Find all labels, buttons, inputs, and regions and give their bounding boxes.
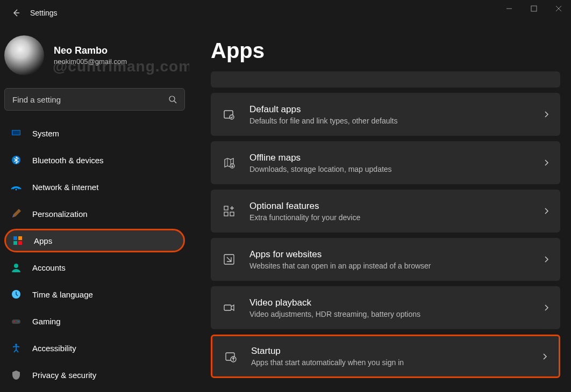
card-text: Video playback Video adjustments, HDR st… [249, 297, 537, 318]
close-button[interactable] [546, 0, 571, 17]
back-button[interactable] [6, 3, 26, 23]
chevron-right-icon [543, 111, 549, 118]
sidebar-item-label: Accessibility [32, 344, 76, 353]
svg-rect-6 [13, 236, 17, 240]
svg-rect-20 [230, 212, 234, 216]
personalization-icon [10, 207, 23, 220]
chevron-right-icon [543, 304, 549, 311]
default-apps-icon [222, 107, 237, 122]
svg-point-15 [15, 344, 17, 346]
svg-rect-7 [18, 236, 22, 240]
sidebar-item-privacy[interactable]: Privacy & security [4, 363, 185, 387]
sidebar-item-label: Time & language [32, 290, 93, 299]
startup-icon [223, 349, 238, 364]
time-icon [10, 288, 23, 301]
search-box[interactable] [4, 88, 185, 111]
maps-icon [222, 155, 237, 170]
nav-list: System Bluetooth & devices Network & int… [4, 121, 185, 387]
card-offline-maps[interactable]: Offline maps Downloads, storage location… [211, 141, 560, 184]
sidebar-item-bluetooth[interactable]: Bluetooth & devices [4, 148, 185, 172]
sidebar-item-gaming[interactable]: Gaming [4, 309, 185, 333]
svg-rect-19 [224, 206, 228, 210]
sidebar-item-accounts[interactable]: Accounts [4, 256, 185, 279]
chevron-right-icon [541, 353, 548, 360]
card-text: Apps for websites Websites that can open… [249, 249, 537, 270]
cards-list: Default apps Defaults for file and link … [211, 71, 560, 378]
card-startup[interactable]: Startup Apps that start automatically wh… [211, 335, 560, 378]
maximize-button[interactable] [522, 0, 546, 17]
titlebar: Settings [0, 0, 571, 26]
card-title: Startup [251, 346, 535, 357]
accounts-icon [10, 261, 23, 274]
sidebar-item-accessibility[interactable]: Accessibility [4, 336, 185, 360]
close-icon [555, 5, 562, 12]
card-text: Optional features Extra functionality fo… [249, 201, 537, 222]
window-title: Settings [30, 9, 58, 17]
card-text: Startup Apps that start automatically wh… [251, 346, 535, 367]
watermark-text: @cuntrimang.com [53, 58, 189, 75]
card-subtitle: Extra functionality for your device [249, 213, 537, 222]
chevron-right-icon [543, 159, 549, 166]
privacy-icon [10, 368, 23, 381]
user-block[interactable]: Neo Rambo neokim005@gmail.com @cuntriman… [4, 31, 185, 88]
sidebar-item-label: Apps [34, 236, 52, 245]
svg-point-10 [14, 264, 18, 268]
sidebar-item-time[interactable]: Time & language [4, 282, 185, 306]
svg-point-13 [13, 321, 15, 322]
svg-rect-0 [531, 6, 537, 11]
card-default-apps[interactable]: Default apps Defaults for file and link … [211, 93, 560, 136]
card-subtitle: Defaults for file and link types, other … [249, 117, 537, 125]
back-arrow-icon [12, 9, 20, 17]
card-subtitle: Apps that start automatically when you s… [251, 358, 535, 367]
sidebar-item-label: Network & internet [32, 183, 98, 192]
svg-rect-23 [224, 305, 231, 310]
svg-point-5 [16, 189, 17, 191]
sidebar-item-system[interactable]: System [4, 121, 185, 145]
chevron-right-icon [543, 256, 549, 263]
svg-rect-21 [224, 212, 228, 216]
chevron-right-icon [543, 208, 549, 214]
sidebar-item-label: Privacy & security [32, 371, 96, 380]
accessibility-icon [10, 342, 23, 354]
search-input[interactable] [12, 95, 168, 104]
sidebar-item-network[interactable]: Network & internet [4, 175, 185, 199]
svg-rect-3 [12, 130, 20, 135]
network-icon [10, 180, 23, 193]
svg-rect-9 [18, 241, 22, 245]
card-apps-for-websites[interactable]: Apps for websites Websites that can open… [211, 238, 560, 281]
card-subtitle: Websites that can open in an app instead… [249, 262, 537, 270]
svg-point-14 [18, 321, 19, 322]
sidebar: Neo Rambo neokim005@gmail.com @cuntriman… [0, 26, 189, 392]
sidebar-item-label: Personalization [32, 209, 88, 219]
features-icon [222, 204, 237, 219]
gaming-icon [10, 315, 23, 328]
card-optional-features[interactable]: Optional features Extra functionality fo… [211, 190, 560, 233]
svg-rect-12 [12, 320, 20, 324]
page-title: Apps [211, 39, 560, 63]
video-icon [222, 300, 237, 315]
card-cutoff[interactable] [211, 71, 560, 88]
window-controls [497, 0, 571, 17]
card-title: Default apps [249, 104, 537, 115]
svg-point-17 [230, 115, 234, 119]
search-icon [168, 95, 177, 104]
avatar [4, 35, 44, 75]
user-name: Neo Rambo [54, 45, 127, 56]
card-subtitle: Video adjustments, HDR streaming, batter… [249, 310, 537, 318]
sidebar-item-label: Accounts [32, 263, 66, 272]
main-layout: Neo Rambo neokim005@gmail.com @cuntriman… [0, 26, 571, 392]
sidebar-item-apps[interactable]: Apps [4, 229, 185, 252]
minimize-button[interactable] [497, 0, 522, 17]
sidebar-item-label: Gaming [32, 317, 61, 326]
bluetooth-icon [10, 154, 23, 166]
minimize-icon [506, 5, 512, 12]
maximize-icon [531, 5, 537, 12]
card-text: Default apps Defaults for file and link … [249, 104, 537, 125]
card-title: Video playback [249, 297, 537, 308]
svg-rect-8 [13, 241, 17, 245]
sidebar-item-label: Bluetooth & devices [32, 156, 104, 165]
content: Apps Default apps Defaults for file and … [189, 26, 571, 392]
sidebar-item-personalization[interactable]: Personalization [4, 202, 185, 226]
card-video-playback[interactable]: Video playback Video adjustments, HDR st… [211, 286, 560, 329]
apps-icon [11, 234, 24, 247]
